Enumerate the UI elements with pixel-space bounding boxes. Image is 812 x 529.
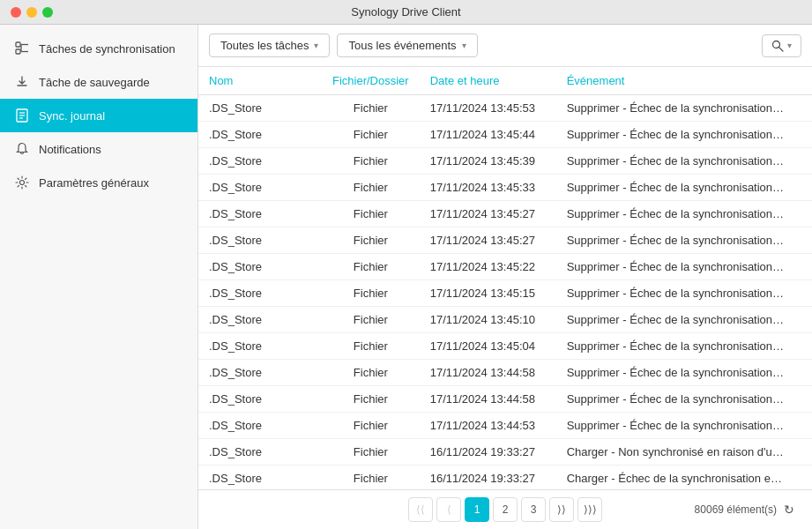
table-header-row: Nom Fichier/Dossier Date et heure Événem… <box>198 67 812 95</box>
maximize-button[interactable] <box>42 7 53 18</box>
close-button[interactable] <box>11 7 21 18</box>
page-3-label: 3 <box>531 503 537 516</box>
table-row[interactable]: .DS_StoreFichier17/11/2024 13:45:15Suppr… <box>198 280 812 307</box>
cell-event: Supprimer - Échec de la synchronisation… <box>556 175 812 201</box>
page-first-icon: ⟨⟨ <box>416 503 425 516</box>
page-1-button[interactable]: 1 <box>465 497 489 522</box>
cell-file: Fichier <box>322 95 420 122</box>
cell-date: 17/11/2024 13:45:44 <box>420 122 556 148</box>
cell-date: 17/11/2024 13:45:04 <box>420 333 556 360</box>
cell-file: Fichier <box>322 122 420 148</box>
filter-tasks-label: Toutes les tâches <box>220 39 309 52</box>
cell-event: Supprimer - Échec de la synchronisation… <box>556 148 812 175</box>
cell-date: 17/11/2024 13:45:10 <box>420 307 556 333</box>
search-dropdown-arrow: ▾ <box>787 41 792 50</box>
cell-event: Charger - Non synchronisé en raison d'u… <box>556 439 812 466</box>
total-count: 80069 élément(s) <box>695 503 777 516</box>
pagination: ⟨⟨ ⟨ 1 2 3 ⟩⟩ ⟩⟩⟩ 80069 élément(s) ↻ <box>198 489 812 529</box>
cell-event: Supprimer - Échec de la synchronisation… <box>556 122 812 148</box>
cell-name: .DS_Store <box>198 95 322 122</box>
cell-file: Fichier <box>322 175 420 201</box>
sidebar-item-backup[interactable]: Tâche de sauvegarde <box>0 65 197 99</box>
table-row[interactable]: .DS_StoreFichier17/11/2024 13:45:53Suppr… <box>198 95 812 122</box>
page-3-button[interactable]: 3 <box>521 497 546 522</box>
cell-name: .DS_Store <box>198 386 322 413</box>
cell-date: 17/11/2024 13:45:15 <box>420 280 556 307</box>
table-row[interactable]: .DS_StoreFichier17/11/2024 13:45:44Suppr… <box>198 122 812 148</box>
filter-tasks-dropdown[interactable]: Toutes les tâches ▾ <box>209 34 330 57</box>
cell-name: .DS_Store <box>198 254 322 280</box>
cell-name: .DS_Store <box>198 148 322 175</box>
svg-line-11 <box>779 47 784 51</box>
cell-date: 17/11/2024 13:45:27 <box>420 201 556 227</box>
page-last-icon: ⟩⟩⟩ <box>584 503 597 516</box>
col-header-file[interactable]: Fichier/Dossier <box>322 67 420 95</box>
col-header-event[interactable]: Événement <box>556 67 812 95</box>
page-prev-icon: ⟨ <box>447 503 451 516</box>
refresh-button[interactable]: ↻ <box>777 497 801 522</box>
table-row[interactable]: .DS_StoreFichier17/11/2024 13:44:58Suppr… <box>198 386 812 413</box>
sidebar-label-backup: Tâche de sauvegarde <box>39 76 150 89</box>
table-row[interactable]: .DS_StoreFichier16/11/2024 19:33:27Charg… <box>198 439 812 466</box>
cell-event: Supprimer - Échec de la synchronisation… <box>556 307 812 333</box>
table-row[interactable]: .DS_StoreFichier17/11/2024 13:45:22Suppr… <box>198 254 812 280</box>
main-content: Toutes les tâches ▾ Tous les événements … <box>198 25 812 529</box>
table-row[interactable]: .DS_StoreFichier16/11/2024 19:33:27Charg… <box>198 466 812 490</box>
cell-file: Fichier <box>322 439 420 466</box>
cell-name: .DS_Store <box>198 307 322 333</box>
table-row[interactable]: .DS_StoreFichier17/11/2024 13:45:39Suppr… <box>198 148 812 175</box>
cell-name: .DS_Store <box>198 122 322 148</box>
table-row[interactable]: .DS_StoreFichier17/11/2024 13:45:04Suppr… <box>198 333 812 360</box>
filter-events-dropdown[interactable]: Tous les événements ▾ <box>337 34 477 57</box>
cell-event: Supprimer - Échec de la synchronisation… <box>556 227 812 254</box>
cell-name: .DS_Store <box>198 201 322 227</box>
cell-file: Fichier <box>322 227 420 254</box>
cell-name: .DS_Store <box>198 413 322 439</box>
table-row[interactable]: .DS_StoreFichier17/11/2024 13:45:27Suppr… <box>198 201 812 227</box>
page-prev-button[interactable]: ⟨ <box>436 497 461 522</box>
cell-name: .DS_Store <box>198 466 322 490</box>
page-last-button[interactable]: ⟩⟩⟩ <box>577 497 602 522</box>
cell-file: Fichier <box>322 413 420 439</box>
sidebar-item-journal[interactable]: Sync. journal <box>0 99 197 132</box>
minimize-button[interactable] <box>26 7 37 18</box>
svg-point-9 <box>20 181 25 185</box>
filter-events-label: Tous les événements <box>348 39 456 52</box>
cell-file: Fichier <box>322 386 420 413</box>
window-controls <box>11 7 53 18</box>
sidebar-label-sync-tasks: Tâches de synchronisation <box>39 42 175 56</box>
sidebar-item-settings[interactable]: Paramètres généraux <box>0 166 197 199</box>
search-button[interactable]: ▾ <box>762 34 801 57</box>
journal-icon <box>14 108 30 123</box>
window-title: Synology Drive Client <box>351 5 460 19</box>
cell-name: .DS_Store <box>198 439 322 466</box>
gear-icon <box>14 175 30 190</box>
cell-file: Fichier <box>322 333 420 360</box>
page-next-button[interactable]: ⟩⟩ <box>549 497 574 522</box>
filter-tasks-arrow: ▾ <box>314 41 318 50</box>
cell-event: Charger - Échec de la synchronisation e… <box>556 466 812 490</box>
cell-date: 17/11/2024 13:44:53 <box>420 413 556 439</box>
table-body: .DS_StoreFichier17/11/2024 13:45:53Suppr… <box>198 95 812 490</box>
app-container: Tâches de synchronisation Tâche de sauve… <box>0 25 812 529</box>
table-row[interactable]: .DS_StoreFichier17/11/2024 13:44:58Suppr… <box>198 360 812 386</box>
page-first-button[interactable]: ⟨⟨ <box>408 497 433 522</box>
svg-rect-1 <box>16 49 20 54</box>
cell-file: Fichier <box>322 148 420 175</box>
cell-name: .DS_Store <box>198 227 322 254</box>
cell-file: Fichier <box>322 280 420 307</box>
page-2-button[interactable]: 2 <box>493 497 518 522</box>
table-row[interactable]: .DS_StoreFichier17/11/2024 13:45:33Suppr… <box>198 175 812 201</box>
sidebar-label-notifications: Notifications <box>39 143 101 156</box>
table-row[interactable]: .DS_StoreFichier17/11/2024 13:45:10Suppr… <box>198 307 812 333</box>
col-header-name[interactable]: Nom <box>198 67 322 95</box>
sidebar-item-sync-tasks[interactable]: Tâches de synchronisation <box>0 32 197 65</box>
sync-icon <box>14 41 30 56</box>
table-row[interactable]: .DS_StoreFichier17/11/2024 13:45:27Suppr… <box>198 227 812 254</box>
cell-name: .DS_Store <box>198 333 322 360</box>
col-header-date[interactable]: Date et heure <box>420 67 556 95</box>
page-next-icon: ⟩⟩ <box>557 503 566 516</box>
table-row[interactable]: .DS_StoreFichier17/11/2024 13:44:53Suppr… <box>198 413 812 439</box>
sidebar-item-notifications[interactable]: Notifications <box>0 132 197 166</box>
cell-event: Supprimer - Échec de la synchronisation… <box>556 360 812 386</box>
